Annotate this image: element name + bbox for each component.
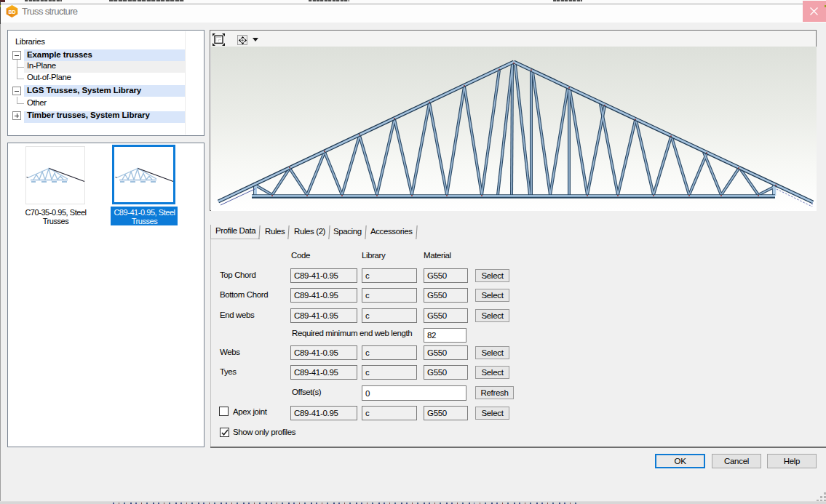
svg-text:BD: BD xyxy=(8,9,15,15)
